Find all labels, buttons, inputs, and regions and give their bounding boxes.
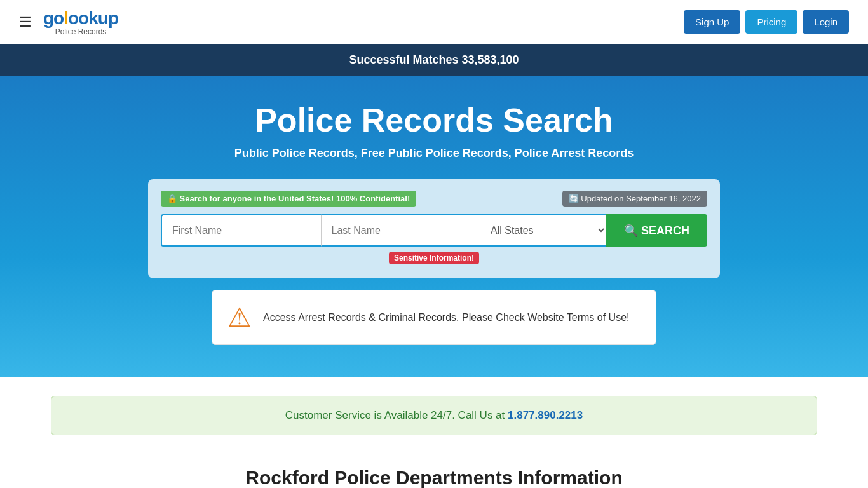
search-fields: All StatesAlabamaAlaskaArizonaArkansasCa… (161, 214, 707, 247)
matches-text: Successful Matches 33,583,100 (349, 53, 519, 66)
search-button[interactable]: 🔍 SEARCH (606, 214, 707, 247)
warning-text: Access Arrest Records & Criminal Records… (263, 312, 630, 323)
warning-box: ⚠ Access Arrest Records & Criminal Recor… (212, 290, 656, 345)
login-button[interactable]: Login (803, 10, 849, 34)
logo-subtitle: Police Records (55, 27, 107, 36)
navbar-right: Sign Up Pricing Login (684, 10, 849, 34)
search-updated-badge: 🔄 Updated on September 16, 2022 (562, 191, 707, 207)
signup-button[interactable]: Sign Up (684, 10, 740, 34)
pricing-button[interactable]: Pricing (745, 10, 797, 34)
main-content: Rockford Police Departments Information … (0, 454, 868, 488)
customer-service-bar: Customer Service is Available 24/7. Call… (51, 396, 817, 435)
customer-service-phone[interactable]: 1.877.890.2213 (508, 409, 583, 421)
warning-icon: ⚠ (227, 302, 252, 333)
logo: golookup (43, 8, 118, 29)
state-select[interactable]: All StatesAlabamaAlaskaArizonaArkansasCa… (480, 214, 606, 247)
last-name-input[interactable] (321, 214, 480, 247)
dept-title: Rockford Police Departments Information (51, 467, 817, 488)
search-confidential-badge: 🔒 Search for anyone in the United States… (161, 191, 416, 207)
hero-title: Police Records Search (13, 101, 855, 139)
hero-subtitle: Public Police Records, Free Public Polic… (13, 147, 855, 160)
navbar-left: ☰ golookup Police Records (19, 8, 118, 36)
sensitive-badge: Sensitive Information! (389, 252, 479, 264)
navbar: ☰ golookup Police Records Sign Up Pricin… (0, 0, 868, 44)
logo-wrapper[interactable]: golookup Police Records (43, 8, 118, 36)
search-container: 🔒 Search for anyone in the United States… (148, 179, 720, 278)
customer-service-text: Customer Service is Available 24/7. Call… (285, 409, 508, 421)
matches-banner: Successful Matches 33,583,100 (0, 44, 868, 76)
search-top-row: 🔒 Search for anyone in the United States… (161, 191, 707, 207)
hero-section: Police Records Search Public Police Reco… (0, 76, 868, 377)
hamburger-icon[interactable]: ☰ (19, 14, 32, 30)
first-name-input[interactable] (161, 214, 321, 247)
